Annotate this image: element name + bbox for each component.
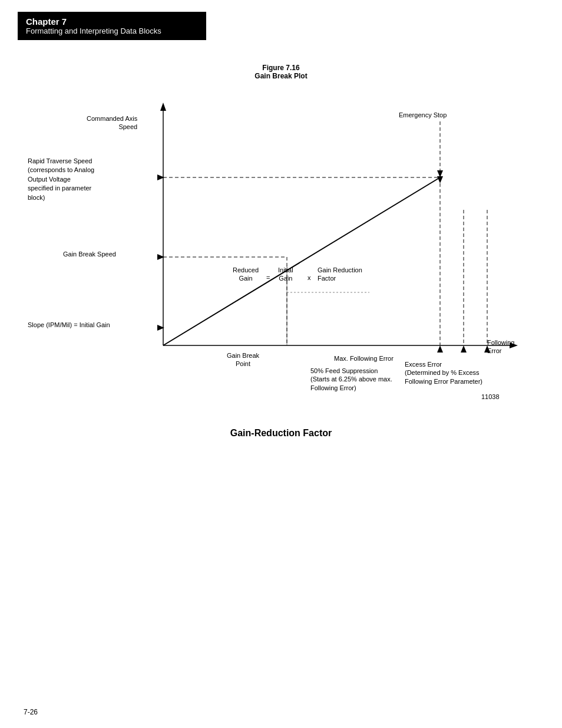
commanded-axis-speed-label: Commanded AxisSpeed xyxy=(87,114,137,131)
figure-name: Gain Break Plot xyxy=(0,72,562,80)
gain-reduction-factor-label: Gain ReductionFactor xyxy=(318,266,362,283)
figure-number: Figure 7.16 xyxy=(0,64,562,72)
svg-marker-17 xyxy=(437,345,443,353)
svg-line-6 xyxy=(163,177,440,345)
svg-marker-1 xyxy=(160,103,166,111)
page-number: 7-26 xyxy=(24,708,38,716)
reduced-gain-label: ReducedGain xyxy=(233,266,259,283)
figure-id-label: 11038 xyxy=(481,393,500,401)
equals-label: = xyxy=(266,274,270,282)
rapid-traverse-speed-label: Rapid Traverse Speed(corresponds to Anal… xyxy=(28,157,94,202)
gain-break-speed-label: Gain Break Speed xyxy=(63,250,116,258)
svg-marker-18 xyxy=(461,345,467,353)
excess-error-label: Excess Error(Determined by % ExcessFollo… xyxy=(405,360,482,386)
gain-break-point-label: Gain BreakPoint xyxy=(227,351,259,368)
feed-suppression-label: 50% Feed Suppression(Starts at 6.25% abo… xyxy=(310,367,392,392)
figure-title: Figure 7.16 Gain Break Plot xyxy=(0,64,562,80)
chart-area: Emergency Stop Commanded AxisSpeed Rapid… xyxy=(28,92,534,404)
chapter-header: Chapter 7 Formatting and Interpreting Da… xyxy=(18,12,206,40)
section-title: Gain-Reduction Factor xyxy=(0,428,562,439)
slope-label: Slope (IPM/Mil) = Initial Gain xyxy=(28,321,110,329)
chapter-subtitle: Formatting and Interpreting Data Blocks xyxy=(26,27,198,35)
x-label: x xyxy=(308,274,311,282)
following-error-label: FollowingError xyxy=(487,338,514,355)
initial-gain-label: InitialGain xyxy=(278,266,293,283)
emergency-stop-label: Emergency Stop xyxy=(399,111,447,119)
gain-break-plot-svg xyxy=(28,92,534,404)
chapter-label: Chapter 7 xyxy=(26,17,198,27)
max-following-error-label: Max. Following Error xyxy=(334,354,394,363)
